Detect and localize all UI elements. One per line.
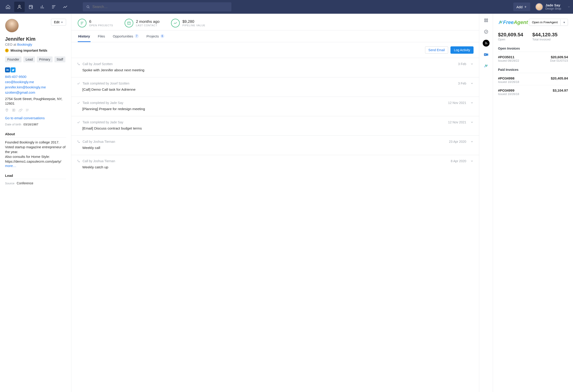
open-in-freeagent-button[interactable]: Open in FreeAgent ▼ bbox=[529, 19, 568, 26]
svg-text:O: O bbox=[484, 54, 486, 56]
tab-projects[interactable]: Projects6 bbox=[146, 30, 165, 42]
svg-rect-16 bbox=[486, 53, 488, 55]
twitter-icon[interactable] bbox=[11, 68, 16, 72]
phone-icon bbox=[77, 159, 80, 163]
feed-item[interactable]: Call by Josef Szotten3 FebSpoke with Jen… bbox=[71, 58, 479, 77]
user-company: Design Shop bbox=[545, 7, 561, 10]
phone-icon bbox=[77, 62, 80, 66]
log-activity-button[interactable]: Log Activity bbox=[450, 46, 474, 54]
chevron-down-icon[interactable] bbox=[470, 140, 474, 143]
chevron-down-icon[interactable] bbox=[470, 82, 474, 85]
edit-button-label: Edit bbox=[54, 20, 59, 24]
search-icon bbox=[86, 5, 90, 9]
chevron-down-icon[interactable] bbox=[470, 159, 474, 163]
check-icon bbox=[77, 121, 80, 124]
contact-role: CEO at Bookingly bbox=[5, 42, 66, 46]
feed-item-title: Spoke with Jennifer about next meeting bbox=[77, 68, 474, 72]
freeagent-icon[interactable] bbox=[483, 63, 490, 69]
check-icon bbox=[77, 101, 80, 105]
warning-icon: ! bbox=[5, 49, 9, 52]
list-icon bbox=[78, 19, 87, 27]
nav-calendar-icon[interactable] bbox=[26, 1, 36, 12]
missing-fields-warning[interactable]: ! Missing important fields bbox=[5, 49, 66, 52]
kpi-open: $20,609.54 Open bbox=[498, 32, 523, 41]
email-link[interactable]: ceo@bookingly.me bbox=[5, 80, 66, 84]
list-icon[interactable] bbox=[26, 108, 29, 112]
edit-button[interactable]: Edit ▼ bbox=[51, 19, 66, 26]
feed-item-meta: Task completed by Jade Say bbox=[83, 120, 446, 124]
tab-history[interactable]: History bbox=[78, 31, 90, 42]
feed-item[interactable]: Task completed by Josef Szotten3 Feb[Cal… bbox=[71, 77, 479, 97]
invoice-amount: $20,405.84 bbox=[551, 76, 568, 80]
pin-icon[interactable] bbox=[5, 108, 9, 112]
invoice-amount: $3,104.97 bbox=[553, 88, 568, 92]
contact-meta-icons bbox=[5, 108, 66, 112]
feed-item-title: [Email] Discuss contract budget terms bbox=[77, 126, 474, 130]
nav-trend-icon[interactable] bbox=[60, 1, 71, 12]
contact-sidebar: Edit ▼ Jennifer Kim CEO at Bookingly ! M… bbox=[0, 14, 71, 392]
freeagent-logo: FreeAgent bbox=[498, 19, 528, 25]
attachment-icon[interactable] bbox=[19, 108, 22, 112]
lead-section: Lead Source Conference bbox=[5, 174, 66, 185]
feed-item[interactable]: Task completed by Jade Say12 Nov 2021[Pl… bbox=[71, 97, 479, 116]
add-button[interactable]: Add bbox=[513, 2, 531, 11]
email-link[interactable]: szotten@gmail.com bbox=[5, 90, 66, 94]
contact-address: 2754 Scott Street, Poughkeepsie, NY, 126… bbox=[5, 97, 66, 106]
feed-item[interactable]: Call by Joshua Tiernan23 Apr 2020Weekly … bbox=[71, 136, 479, 155]
contact-avatar bbox=[5, 19, 19, 33]
open-invoices-heading: Open Invoices bbox=[498, 47, 568, 52]
feed-item[interactable]: Call by Joshua Tiernan8 Apr 2020Weekly c… bbox=[71, 155, 479, 174]
feed-item-meta: Call by Josef Szotten bbox=[83, 62, 456, 66]
tag[interactable]: Lead bbox=[23, 56, 35, 62]
tag[interactable]: Staff bbox=[54, 56, 66, 62]
date-of-birth: Date of birth 03/16/1987 bbox=[5, 123, 66, 126]
phone-link[interactable]: 845-437-9500 bbox=[5, 75, 66, 79]
paid-invoices-heading: Paid Invoices bbox=[498, 68, 568, 73]
invoice-number: #PO35011 bbox=[498, 55, 519, 59]
email-link[interactable]: jennifer.kim@bookingly.me bbox=[5, 85, 66, 89]
add-button-label: Add bbox=[517, 5, 523, 9]
feed-item-date: 12 Nov 2021 bbox=[448, 120, 466, 124]
tasks-icon[interactable] bbox=[483, 28, 490, 35]
tag[interactable]: Founder bbox=[5, 56, 21, 62]
about-more-link[interactable]: more… bbox=[5, 164, 16, 168]
send-email-button[interactable]: Send Email bbox=[425, 46, 448, 54]
feed-item-meta: Task completed by Jade Say bbox=[83, 101, 446, 105]
invoice-issued: Issued 09/29/22 bbox=[498, 59, 519, 62]
contact-company-link[interactable]: Bookingly bbox=[17, 42, 32, 46]
chevron-down-icon[interactable] bbox=[470, 121, 474, 124]
feed-item-meta: Task completed by Josef Szotten bbox=[83, 82, 456, 85]
user-menu[interactable]: Jade Say Design Shop bbox=[535, 3, 570, 11]
tab-opportunities[interactable]: Opportunities7 bbox=[112, 30, 139, 42]
about-text: Founded Bookingly in college 2017. Voted… bbox=[5, 140, 66, 164]
kpi-total: $44,120.35 Total Invoiced bbox=[532, 32, 557, 41]
email-conversations-link[interactable]: Go to email conversations bbox=[5, 116, 66, 120]
tag[interactable]: Primary bbox=[37, 56, 52, 62]
nav-home-icon[interactable] bbox=[3, 1, 13, 12]
outlook-icon[interactable]: O bbox=[483, 51, 490, 58]
nav-people-icon[interactable] bbox=[14, 1, 25, 12]
book-icon[interactable] bbox=[12, 108, 16, 112]
invoice-row[interactable]: #PO34998Issued 10/26/18$20,405.84 bbox=[498, 73, 568, 85]
chevron-down-icon[interactable] bbox=[470, 62, 474, 66]
apps-icon[interactable] bbox=[483, 17, 490, 24]
nav-reports-icon[interactable] bbox=[37, 1, 48, 12]
linkedin-icon[interactable]: in bbox=[5, 68, 10, 72]
stat-last-contact[interactable]: 2 months agoLast Contact bbox=[125, 19, 160, 27]
invoice-due: Due 01/07/23 bbox=[550, 59, 568, 62]
calendar-icon bbox=[125, 19, 133, 27]
top-nav: Add Jade Say Design Shop bbox=[0, 0, 573, 14]
nav-lists-icon[interactable] bbox=[49, 1, 59, 12]
feed-icon[interactable] bbox=[483, 40, 490, 47]
tab-files[interactable]: Files bbox=[97, 31, 106, 42]
feed-item-date: 3 Feb bbox=[458, 62, 466, 66]
invoice-row[interactable]: #PO34999Issued 10/26/18$3,104.97 bbox=[498, 85, 568, 97]
chevron-down-icon[interactable] bbox=[470, 101, 474, 104]
search-input[interactable] bbox=[92, 5, 228, 9]
invoice-number: #PO34998 bbox=[498, 76, 519, 80]
search-box[interactable] bbox=[83, 2, 232, 11]
feed-item[interactable]: Task completed by Jade Say12 Nov 2021[Em… bbox=[71, 116, 479, 136]
invoice-row[interactable]: #PO35011Issued 09/29/22$20,609.54Due 01/… bbox=[498, 52, 568, 64]
stat-open-projects[interactable]: 6Open Projects bbox=[78, 19, 113, 27]
stat-pipeline-value[interactable]: $9,280Pipeline Value bbox=[171, 19, 205, 27]
